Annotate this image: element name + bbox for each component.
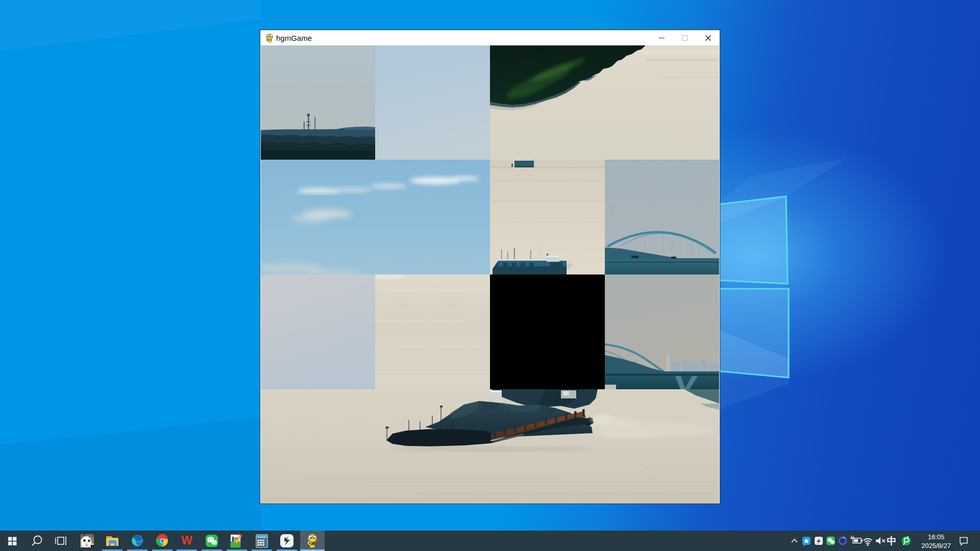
svg-text:W: W <box>181 534 192 547</box>
svg-text:中: 中 <box>887 536 897 546</box>
